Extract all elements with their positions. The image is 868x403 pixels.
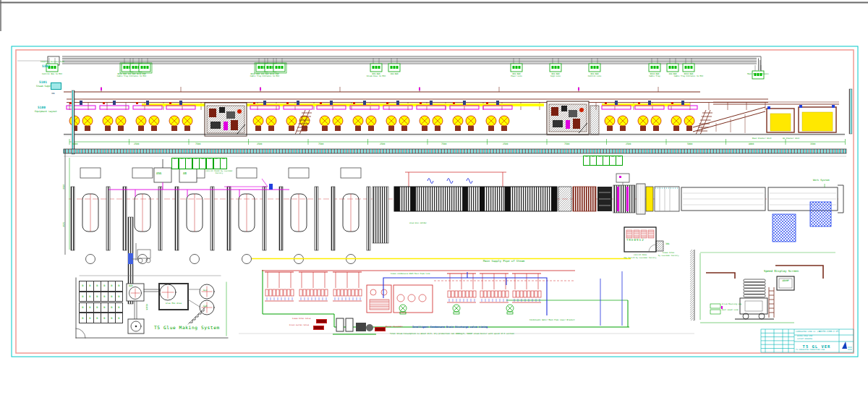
page-edge-lines: [0, 0, 868, 31]
hanger-label: 10A BWR: [354, 73, 434, 75]
speed-screen-text: 48KMP: [778, 280, 793, 283]
steam-tag-box: 30A: [51, 82, 61, 90]
plan-vertical-dim: 8350: [62, 184, 64, 190]
legend-box: BH6: [206, 158, 213, 169]
dimension-label: 2500: [503, 143, 508, 145]
condensate-pump-unit: [333, 318, 376, 334]
hanger-label: Control Box to MCC: [12, 73, 92, 75]
title-block-company: CORRUGATED LINE CO.,LTD: [796, 331, 821, 334]
glue-system-title: T5 Glue Making System: [154, 325, 220, 330]
speed-display-title: Speed Display Screen: [764, 270, 799, 273]
glue-grid-cell: B: [79, 281, 87, 292]
equipment-layout-code: 5100: [38, 106, 46, 109]
glue-grid-cell: B: [115, 292, 123, 302]
title-block-project: WJ250-2200-2-V5: [819, 331, 838, 333]
steam-tag: 30A: [51, 93, 55, 95]
legend-box: BH8: [220, 158, 227, 169]
hanger-label: BH10 BWRCable Tray Entrance to MCC: [649, 73, 728, 78]
legend-box: BH5: [199, 158, 206, 169]
glue-grid-cell: B: [79, 292, 87, 302]
glue-tank-label: AGM: [129, 285, 132, 287]
glue-box-2-label: AB: [183, 172, 187, 176]
forklift: [132, 243, 150, 263]
steam-callout-2: Drain Outlet Valve: [289, 325, 309, 327]
dimension-label: 3500: [810, 143, 815, 145]
mixer-vertical-label: MIXER: [145, 304, 148, 310]
glue-tank3-label: GLB: [203, 305, 207, 307]
glue-grid-cell: B: [101, 313, 109, 323]
tre-code: TRE0912: [626, 239, 644, 242]
glue-grid-cell: B: [108, 281, 116, 292]
dimension-label: 5000: [687, 143, 692, 145]
glue-box-1-label: A5A: [156, 172, 161, 176]
speed-tag-2: Rail Level Line: [722, 310, 739, 312]
dimension-label: 2500: [134, 143, 139, 145]
glue-grid-cell: B: [93, 292, 101, 302]
dimension-label: 8000: [749, 143, 754, 145]
dimension-label: 7500: [195, 143, 200, 145]
dimension-label: 7500: [441, 143, 446, 145]
team-code: 5302: [42, 64, 50, 68]
stacker-label-2: Up Stacker Unit: [783, 138, 799, 140]
steam-point-tag: 30A: [665, 243, 669, 245]
work-system-label: Work System: [813, 179, 829, 182]
team-label: Complete Service Team: [41, 61, 64, 64]
glue-grid-cell: B: [79, 313, 87, 323]
hanger-label: BH10 BWR 10A BWR BH10 BWRCable Tray Entr…: [92, 73, 171, 78]
plan-view: [64, 149, 846, 304]
panel-note: Control Panel by Customer Factory: [204, 171, 234, 175]
glue-grid-cell: B: [115, 313, 123, 323]
glue-grid-cell: B: [108, 313, 116, 323]
elevation-view: [64, 87, 852, 154]
hanger-label: BH10 BWR 10A BWR BH10 BWRCable Tray Entr…: [225, 73, 305, 78]
title-block-name-2: LAYOUT DRAWING: [797, 339, 812, 341]
dimension-label: 7500: [318, 143, 323, 145]
glue-grid-cell: B: [79, 302, 87, 313]
cad-drawing-canvas: Complete Service Team 5302 5101 Steam Su…: [0, 0, 868, 403]
dimension-label: 5600: [72, 143, 77, 145]
note-green: Total Steam Consumption is about 8t/h, d…: [369, 334, 535, 336]
legend-box: BH4: [192, 158, 200, 169]
legend-box: GB6: [616, 156, 623, 166]
glue-area-label: Glue Mix Area: [160, 302, 187, 305]
glue-grid-cell: B: [108, 292, 116, 302]
hanger-label: Main Power Entrance: [718, 73, 798, 75]
glue-grid-cell: B: [86, 292, 94, 302]
legend-box: BH3: [185, 158, 192, 169]
steam-callout-3: Boiler Equipment: [386, 326, 403, 328]
glue-grid-cell: B: [93, 302, 101, 313]
legend-box: BH2: [179, 158, 186, 169]
dimension-label: 2500: [257, 143, 262, 145]
glue-grid-cell: B: [115, 281, 123, 292]
tre-note-2: Key Switch by Customer Factory: [616, 258, 664, 260]
glue-grid-cell: B: [86, 281, 94, 292]
glue-grid-cell: B: [108, 302, 116, 313]
equipment-layout-label: Equipment Layout: [35, 111, 57, 114]
legend-box: BH1: [171, 158, 179, 169]
stacker-label-1: Down Stacker Unit: [752, 138, 772, 140]
steam-supply-code: 5101: [39, 80, 47, 84]
glue-tank2-label: GL2: [203, 289, 207, 292]
steam-diagram: [239, 259, 694, 335]
steam-pipe-label: Steam Condensate DN65 Main Pipe line: [391, 273, 430, 276]
glue-grid-cell: B: [93, 313, 101, 323]
double-facer-note: Glue Unit Holder: [409, 223, 427, 225]
title-block-note: T5 CORRUGATOR PRODUCTION LINE: [796, 349, 825, 352]
glue-grid-cell: B: [101, 281, 109, 292]
steam-callout-1: Steam Inlet Valve: [292, 318, 311, 321]
callout-chip-2: [313, 326, 324, 330]
speed-tag-1: Drive Mounting Leg: [722, 304, 741, 306]
note-right: Condensate Water Main Pipe Lower Bracket: [529, 320, 574, 322]
glue-grid-cell: B: [93, 281, 101, 292]
dimension-label: 2500: [626, 143, 631, 145]
dimension-label: 7500: [564, 143, 569, 145]
glue-grid-cell: B: [101, 302, 109, 313]
callout-chip-3: [375, 327, 386, 331]
speed-display-detail: [690, 250, 835, 323]
steam-point-note-2: by Customer Factory: [658, 255, 679, 258]
plan-vertical-dim: 5150: [62, 222, 64, 227]
legend-box: BH7: [213, 158, 221, 169]
glue-grid-cell: B: [86, 313, 94, 323]
steam-diagram-title: Main Supply Pipe of Steam: [483, 260, 524, 263]
note-blue: Intelligent Condensate Drain Discharge v…: [412, 326, 488, 329]
